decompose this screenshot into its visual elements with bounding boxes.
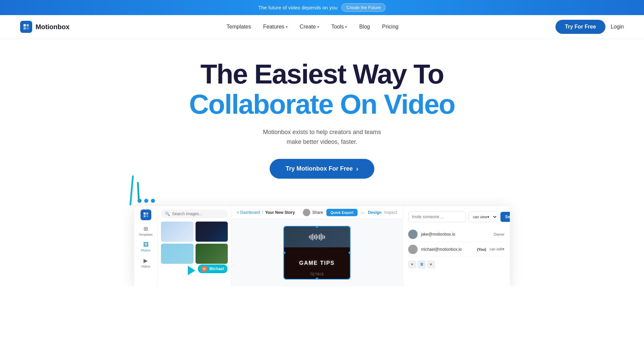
svg-rect-1: [26, 24, 29, 26]
image-panel: 🔍 M Michael: [158, 206, 231, 287]
nav-pricing[interactable]: Pricing: [382, 24, 398, 30]
video-top-section: [284, 227, 350, 247]
canvas-top-bar: < Dashboard / Your New Story Share Quick…: [231, 206, 402, 219]
canvas-top-right: Share Quick Export ··· Design Inspect: [303, 209, 397, 216]
share-panel: can view▾ Send Invite jake@motionbox.io …: [402, 206, 510, 287]
navbar: Motionbox Templates Features ▾ Create ▾ …: [0, 15, 644, 39]
breadcrumb-current: Your New Story: [265, 210, 294, 215]
breadcrumb: < Dashboard / Your New Story: [237, 210, 295, 215]
selection-handle-tr[interactable]: [348, 226, 351, 228]
design-inspect-tabs: Design Inspect: [368, 210, 397, 215]
hero-cta-button[interactable]: Try Motionbox For Free ›: [270, 159, 375, 179]
wave-bar: [321, 233, 322, 241]
demo-section: ⊞ Templates 🖼 Photos ▶ Videos 🔍: [121, 199, 523, 287]
user-badge: M Michael: [198, 264, 227, 273]
wave-bar: [324, 236, 325, 239]
cursor-overlay: M Michael: [188, 266, 228, 275]
tetris-text: TETRIS: [310, 273, 324, 276]
banner-text: The future of video depends on you: [258, 5, 337, 10]
hero-title-line2: Collaborate On Video: [13, 89, 631, 119]
share-label: Share: [312, 210, 323, 215]
login-button[interactable]: Login: [611, 24, 624, 30]
wave-bar: [312, 234, 313, 240]
sidebar-item-photos[interactable]: 🖼 Photos: [141, 242, 150, 252]
wave-bar: [322, 235, 323, 239]
tab-inspect[interactable]: Inspect: [384, 210, 397, 215]
photos-icon: 🖼: [143, 242, 149, 248]
wave-bar: [316, 234, 317, 240]
wave-bar: [317, 235, 318, 239]
tab-design[interactable]: Design: [368, 210, 381, 215]
align-right-icon[interactable]: ≡: [427, 260, 435, 268]
wave-bar: [311, 235, 312, 240]
user-avatar: M: [201, 266, 207, 272]
quick-export-button[interactable]: Quick Export: [326, 209, 357, 216]
member-you-label: (You): [477, 247, 486, 251]
hero-title-line1: The Easiest Way To: [13, 59, 631, 89]
canvas-area: < Dashboard / Your New Story Share Quick…: [231, 206, 402, 287]
hero-cta-label: Try Motionbox For Free: [286, 165, 353, 172]
breadcrumb-back[interactable]: < Dashboard: [237, 210, 260, 215]
member-row-jake: jake@motionbox.io Owner: [408, 227, 504, 242]
top-banner: The future of video depends on you Creat…: [0, 0, 644, 15]
send-invite-button[interactable]: Send Invite: [500, 212, 510, 222]
image-thumb-2: [196, 222, 228, 242]
wave-bar: [319, 234, 320, 240]
svg-rect-5: [146, 213, 148, 215]
share-button[interactable]: Share: [303, 209, 323, 216]
nav-tools[interactable]: Tools ▾: [331, 24, 347, 30]
cursor-user-name: Michael: [209, 266, 224, 271]
search-input[interactable]: [172, 212, 224, 216]
nav-right: Try For Free Login: [555, 20, 624, 34]
svg-rect-7: [146, 215, 148, 217]
nav-links: Templates Features ▾ Create ▾ Tools ▾ Bl…: [227, 24, 398, 30]
member-avatar-michael: [408, 245, 418, 254]
wave-bar: [314, 235, 315, 239]
svg-rect-3: [26, 27, 29, 29]
member-avatar-jake: [408, 230, 418, 239]
text-align-tools: ≡ ☰ ≡: [408, 260, 504, 268]
selection-handle-mb[interactable]: [316, 278, 318, 280]
image-thumb-1: [161, 222, 194, 242]
video-canvas: GAME TIPS TETRIS: [231, 219, 402, 286]
nav-blog[interactable]: Blog: [359, 24, 370, 30]
video-bottom-section: GAME TIPS TETRIS: [284, 247, 350, 279]
audio-waveform: [309, 233, 325, 241]
app-mockup: ⊞ Templates 🖼 Photos ▶ Videos 🔍: [134, 206, 510, 287]
more-options-button[interactable]: ···: [361, 210, 365, 215]
nav-create[interactable]: Create ▾: [300, 24, 319, 30]
try-for-free-button[interactable]: Try For Free: [555, 20, 605, 34]
hero-cta-arrow: ›: [356, 165, 359, 173]
hero-title: The Easiest Way To Collaborate On Video: [13, 59, 631, 119]
banner-cta-button[interactable]: Create the Future: [341, 3, 386, 12]
sidebar-item-templates[interactable]: ⊞ Templates: [139, 226, 153, 236]
video-frame: GAME TIPS TETRIS: [283, 226, 351, 280]
logo[interactable]: Motionbox: [20, 21, 69, 33]
share-avatar: [303, 209, 310, 216]
nav-features[interactable]: Features ▾: [263, 24, 287, 30]
logo-icon: [20, 21, 32, 33]
tools-chevron: ▾: [345, 25, 347, 29]
selection-handle-bl[interactable]: [283, 278, 285, 280]
image-thumb-3: [161, 244, 194, 264]
videos-icon: ▶: [144, 257, 148, 264]
selection-handle-mr[interactable]: [348, 251, 351, 254]
invite-input[interactable]: [408, 212, 466, 222]
demo-dots: [134, 199, 510, 203]
align-left-icon[interactable]: ≡: [408, 260, 416, 268]
svg-rect-2: [23, 27, 26, 29]
permission-select[interactable]: can view▾: [469, 212, 498, 222]
selection-handle-br[interactable]: [348, 278, 351, 280]
image-grid: [161, 222, 228, 264]
svg-rect-0: [23, 24, 26, 26]
align-center-icon[interactable]: ☰: [418, 260, 426, 268]
demo-dot-3: [151, 199, 155, 203]
sidebar-item-videos[interactable]: ▶ Videos: [141, 257, 150, 268]
svg-rect-6: [144, 215, 146, 217]
member-row-michael: michael@motionbox.io (You) can edit▾: [408, 242, 504, 257]
search-icon: 🔍: [165, 212, 170, 216]
cursor-group: M Michael: [188, 266, 228, 275]
member-role-michael[interactable]: can edit▾: [489, 247, 504, 251]
nav-templates[interactable]: Templates: [227, 24, 251, 30]
invite-row: can view▾ Send Invite: [408, 212, 504, 222]
